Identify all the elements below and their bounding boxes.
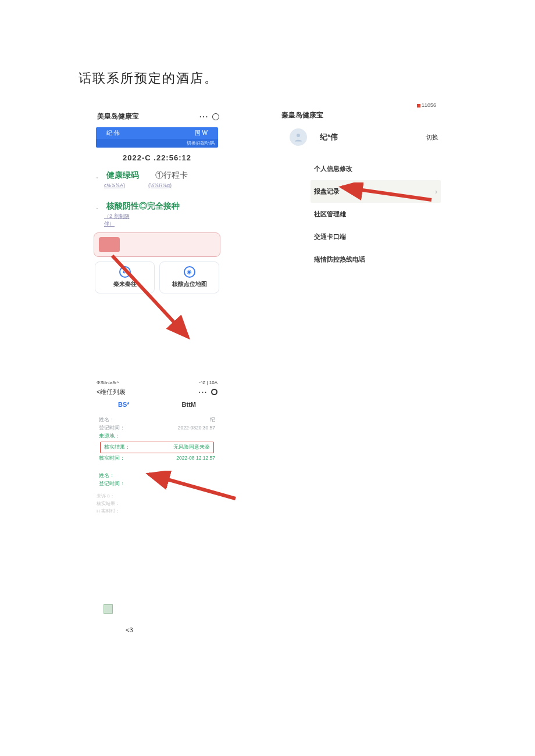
avatar-icon [290, 128, 307, 146]
switch-button[interactable]: 切换 [426, 133, 438, 142]
more-icon[interactable]: ··· [199, 389, 208, 396]
verifytime-label: 核实时间： [99, 455, 125, 462]
name-value: 纪 [210, 417, 215, 424]
faint-line-2: 核实站果： [92, 500, 222, 507]
user-right-code: 国 W [195, 129, 208, 137]
name-label: 姓名： [99, 472, 115, 479]
faint-line-1: 未诉 8： [92, 492, 222, 500]
result-label: 核实结果： [104, 444, 130, 451]
chevron-right-icon: › [435, 188, 437, 196]
bullet-icon: 。 [96, 172, 102, 180]
status-code: 11056 [278, 102, 452, 108]
card-qinlai[interactable]: ⇄ 秦来秦往 [95, 261, 155, 293]
card-nucleic-map[interactable]: ◉ 核酸点位地图 [159, 261, 219, 293]
menu-label: 个人信息修改 [314, 164, 352, 173]
faint-line-3: H 实时时： [92, 507, 222, 515]
phone3-screenshot: ΦSth<a9r^ ·^Z | 10Λ <维任列裹 ··· BS* BttM 姓… [92, 380, 222, 515]
record-card-2[interactable]: 姓名： 登记时间： [94, 467, 220, 491]
trip-card-label[interactable]: ①行程卡 [155, 170, 188, 181]
nucleic-sublabel: （2 剂制阴 伴） [104, 213, 130, 227]
footer-thumbnail-icon [104, 604, 113, 614]
regtime-label: 登记时间： [99, 481, 125, 488]
miniapp-menu-icon[interactable]: ··· [199, 113, 219, 121]
profile-name: 纪*伟 [320, 132, 338, 142]
regtime-value: 2022-0820:30:57 [178, 425, 215, 432]
menu-label: 疮情防控热线电话 [314, 255, 365, 264]
record-card-1[interactable]: 姓名：纪 登记时间：2022-0820:30:57 来源地： 核实结果：无风险同… [94, 413, 220, 465]
red-square-icon [417, 104, 420, 108]
swap-icon: ⇄ [119, 266, 131, 278]
card-qinlai-label: 秦来秦往 [95, 280, 154, 288]
phone1-screenshot: 美皇岛健康宝 ··· 纪·伟 国 W 切换好端㕫码 2022-C .22:56:… [90, 109, 224, 293]
switch-bar[interactable]: 切换好端㕫码 [96, 139, 218, 148]
miniapp-menu-icon[interactable]: ··· [199, 389, 217, 396]
card-nucleic-map-label: 核酸点位地图 [160, 280, 219, 288]
sublink-left[interactable]: c⅝⅞¾A) [104, 182, 125, 188]
menu-label: 社区管理雄 [314, 210, 346, 218]
source-label: 来源地： [99, 433, 120, 440]
menu-label: 交通卡口端 [314, 232, 346, 241]
close-icon[interactable] [211, 389, 217, 395]
health-code-label[interactable]: 健康绿码 [106, 170, 139, 181]
pin-icon: ◉ [184, 266, 195, 278]
page-title: 话联系所预定的酒店。 [79, 70, 218, 87]
alert-card[interactable] [94, 232, 220, 257]
menu-personal-info[interactable]: 个人信息修改 [311, 157, 441, 180]
alert-swatch [99, 237, 120, 252]
svg-point-1 [297, 134, 300, 137]
verifytime-value: 2022-08 12:12:57 [176, 455, 215, 462]
bullet-icon: 。 [96, 203, 102, 211]
more-icon[interactable]: ··· [199, 113, 209, 121]
regtime-label: 登记时间： [99, 425, 125, 432]
menu-report-record[interactable]: 报盘记录 › [311, 180, 441, 203]
menu-label: 报盘记录 [314, 187, 340, 196]
close-icon[interactable] [212, 113, 219, 120]
back-button[interactable]: <维任列裹 [97, 388, 126, 396]
status-left: ΦSth<a9r^ [97, 380, 119, 385]
footer-text: <3 [126, 626, 133, 633]
result-highlight-box: 核实结果：无风险同意来秦 [100, 442, 214, 453]
sublink-right[interactable]: (¼¼R⅞g) [148, 182, 172, 188]
menu-traffic-port[interactable]: 交通卡口端 [311, 225, 441, 248]
app-title-2: 秦皇岛健康宝 [278, 110, 452, 120]
status-right: ·^Z | 10Λ [199, 380, 217, 385]
user-bar: 纪·伟 国 W [96, 127, 218, 139]
app-title-1: 美皇岛健康宝 [97, 112, 139, 121]
timestamp: 2022-C .22:56:12 [90, 153, 224, 162]
menu-community-mgmt[interactable]: 社区管理雄 [311, 203, 441, 225]
menu-hotline[interactable]: 疮情防控热线电话 [311, 248, 441, 271]
user-short-name: 纪·伟 [106, 129, 120, 137]
phone2-screenshot: 11056 秦皇岛健康宝 纪*伟 切换 个人信息修改 报盘记录 › 社区管理雄 … [278, 102, 452, 271]
tab-bttm[interactable]: BttM [182, 401, 196, 408]
tab-bs[interactable]: BS* [118, 401, 130, 408]
name-label: 姓名： [99, 417, 115, 424]
result-value: 无风险同意来秦 [173, 444, 210, 451]
nucleic-label[interactable]: 核酸阴性◎完全接种 [106, 201, 180, 212]
